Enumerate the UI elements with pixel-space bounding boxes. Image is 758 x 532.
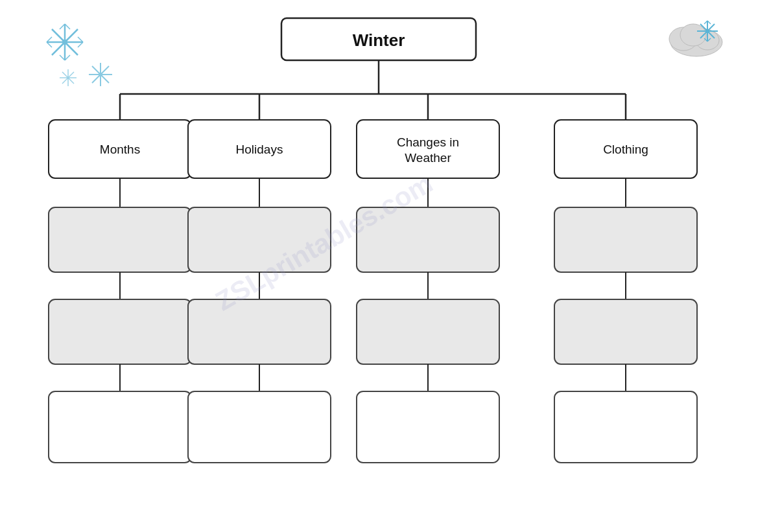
svg-rect-72 [554, 391, 697, 463]
svg-rect-49 [49, 391, 191, 463]
svg-rect-47 [49, 299, 191, 364]
svg-rect-70 [554, 299, 697, 364]
svg-rect-68 [554, 207, 697, 272]
svg-rect-54 [188, 299, 331, 364]
svg-text:Weather: Weather [405, 151, 451, 165]
svg-rect-57 [357, 120, 499, 178]
svg-text:Changes in: Changes in [397, 135, 459, 149]
svg-rect-65 [357, 391, 499, 463]
page: ZSLprintables.com Winter Months [0, 0, 758, 532]
svg-rect-61 [357, 207, 499, 272]
diagram-svg: Winter Months [0, 0, 758, 532]
title-text: Winter [353, 30, 405, 50]
svg-rect-56 [188, 391, 331, 463]
svg-rect-52 [188, 207, 331, 272]
svg-rect-63 [357, 299, 499, 364]
cat-months-label: Months [100, 143, 140, 156]
cat-clothing-label: Clothing [603, 143, 648, 156]
svg-rect-45 [49, 207, 191, 272]
cat-holidays-label: Holidays [236, 143, 283, 156]
